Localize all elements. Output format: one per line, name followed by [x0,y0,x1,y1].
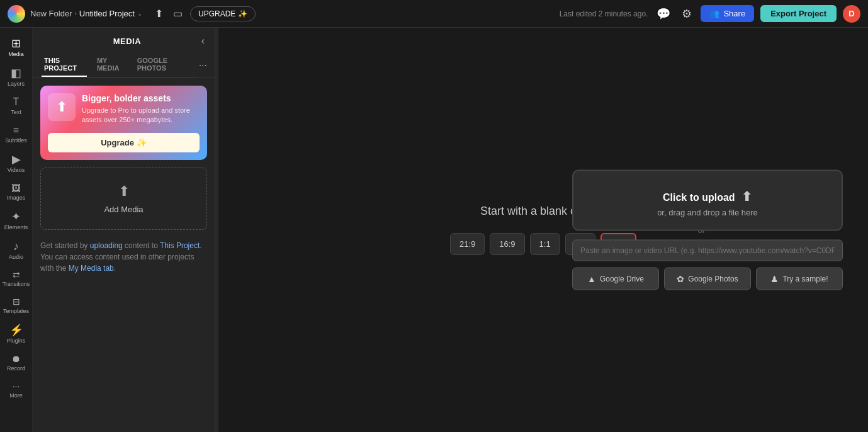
sidebar-item-more[interactable]: ··· More [0,377,32,404]
upgrade-star: ✨ [238,9,247,18]
ratio-btn-21-9[interactable]: 21:9 [450,233,485,255]
layers-label: Layers [8,81,25,87]
google-drive-btn[interactable]: ▲ Google Drive [572,268,659,290]
upgrade-card-text: Bigger, bolder assets Upgrade to Pro to … [82,93,200,125]
templates-label: Templates [3,308,29,314]
logo-icon [8,5,25,23]
record-label: Record [7,365,25,372]
project-caret: ⌄ [137,10,142,17]
folder-caret: › [74,10,76,17]
url-input[interactable] [572,240,843,261]
sidebar-item-record[interactable]: ⏺ Record [0,349,32,377]
upgrade-card-desc: Upgrade to Pro to upload and store asset… [82,106,200,125]
add-media-block[interactable]: ⬆ Add Media [40,168,207,230]
export-button[interactable]: Export Project [760,5,837,22]
record-icon: ⏺ [11,354,21,363]
export-label: Export Project [770,9,826,18]
sidebar-item-plugins[interactable]: ⚡ Plugins [0,319,32,349]
user-avatar[interactable]: D [843,5,860,23]
ratio-btn-16-9[interactable]: 16:9 [490,233,524,255]
media-panel-body: ⬆ Bigger, bolder assets Upgrade to Pro t… [33,78,215,432]
upgrade-card-button[interactable]: Upgrade ✨ [48,133,200,152]
text-label: Text [11,109,21,115]
url-input-row [572,240,843,261]
tab-this-project[interactable]: THIS PROJECT [42,53,87,77]
subtitles-icon: ≡ [13,125,19,135]
sidebar-item-audio[interactable]: ♪ Audio [0,236,32,265]
videos-label: Videos [8,167,25,173]
upload-options: ▲ Google Drive ✿ Google Photos ♟ Try a s… [572,268,843,290]
upload-dropzone-icon: ⬆ [741,189,752,204]
share-button[interactable]: 👥 Share [701,5,754,22]
helper-text: Get started by uploading content to This… [40,240,207,274]
upgrade-card: ⬆ Bigger, bolder assets Upgrade to Pro t… [40,86,207,160]
panel-collapse-button[interactable]: ‹ [200,34,206,48]
media-panel-more-btn[interactable]: ··· [196,57,210,74]
upload-panel: Click to upload ⬆ or, drag and drop a fi… [572,170,843,290]
settings-icon-btn[interactable]: ⚙ [679,4,694,23]
subtitles-label: Subtitles [5,137,27,144]
google-photos-label: Google Photos [688,275,738,283]
upload-dropzone-title: Click to upload ⬆ [592,189,823,204]
share-icon: 👥 [709,9,719,18]
preview-icon-btn[interactable]: ▭ [171,5,185,22]
images-label: Images [7,195,26,201]
upload-circle-icon: ⬆ [56,99,67,115]
upgrade-card-btn-star: ✨ [137,138,147,147]
tab-my-media[interactable]: MY MEDIA [94,53,127,77]
add-media-label: Add Media [104,205,143,214]
sidebar-item-images[interactable]: 🖼 Images [0,178,32,206]
upload-dropzone-subtitle: or, drag and drop a file here [592,208,823,217]
sidebar-item-layers[interactable]: ◧ Layers [0,62,32,92]
sidebar-item-subtitles[interactable]: ≡ Subtitles [0,120,32,149]
comments-icon-btn[interactable]: 💬 [654,4,673,23]
plugins-label: Plugins [7,338,26,344]
topbar: New Folder › Untitled Project ⌄ ⬆ ▭ UPGR… [0,0,868,28]
gdrive-icon: ▲ [587,274,596,284]
sidebar-item-elements[interactable]: ✦ Elements [0,206,32,236]
add-media-icon: ⬆ [118,183,130,200]
upgrade-button[interactable]: UPGRADE ✨ [190,6,256,21]
elements-icon: ✦ [11,211,21,222]
tab-google-photos[interactable]: GOOGLE PHOTOS [135,53,189,77]
sidebar-item-templates[interactable]: ⊟ Templates [0,292,32,319]
plugins-icon: ⚡ [9,324,23,336]
media-panel-title: MEDIA [54,37,200,46]
sample-icon: ♟ [770,274,779,284]
try-sample-label: Try a sample! [782,275,828,283]
media-panel-header: MEDIA ‹ [33,28,215,53]
user-initial: D [848,9,854,18]
more-label: More [9,392,23,399]
share-label: Share [723,9,745,18]
google-photos-btn[interactable]: ✿ Google Photos [664,268,751,290]
audio-label: Audio [9,254,23,260]
gphotos-icon: ✿ [677,274,684,284]
sidebar-item-media[interactable]: ⊞ Media [0,33,32,62]
sidebar-item-videos[interactable]: ▶ Videos [0,149,32,178]
project-title[interactable]: Untitled Project [79,9,135,18]
main-area: ⊞ Media ◧ Layers T Text ≡ Subtitles ▶ Vi… [0,28,868,432]
folder-name[interactable]: New Folder [30,9,72,18]
canvas-area: Start with a blank canvas 21:9 16:9 1:1 … [218,28,868,432]
more-icon: ··· [13,382,20,390]
sidebar-item-transitions[interactable]: ⇄ Transitions [0,265,32,292]
upload-dropzone[interactable]: Click to upload ⬆ or, drag and drop a fi… [572,170,843,231]
upgrade-card-btn-label: Upgrade [101,138,134,147]
uploading-link[interactable]: uploading [90,241,123,250]
ratio-btn-1-1[interactable]: 1:1 [530,233,560,255]
upgrade-label: UPGRADE [198,9,235,18]
topbar-right: Last edited 2 minutes ago. 💬 ⚙ 👥 Share E… [560,4,860,23]
templates-icon: ⊟ [13,297,20,306]
upgrade-card-icon: ⬆ [48,93,76,121]
this-project-link[interactable]: This Project [160,241,200,250]
last-edited-text: Last edited 2 minutes ago. [560,9,648,18]
upload-icon-btn[interactable]: ⬆ [152,5,166,22]
upgrade-card-title: Bigger, bolder assets [82,93,200,103]
text-icon: T [13,97,20,107]
sidebar-item-text[interactable]: T Text [0,92,32,120]
elements-label: Elements [4,224,28,230]
try-sample-btn[interactable]: ♟ Try a sample! [756,268,843,290]
media-icon: ⊞ [11,38,21,49]
transitions-icon: ⇄ [13,270,20,279]
my-media-link[interactable]: My Media tab [69,264,114,273]
